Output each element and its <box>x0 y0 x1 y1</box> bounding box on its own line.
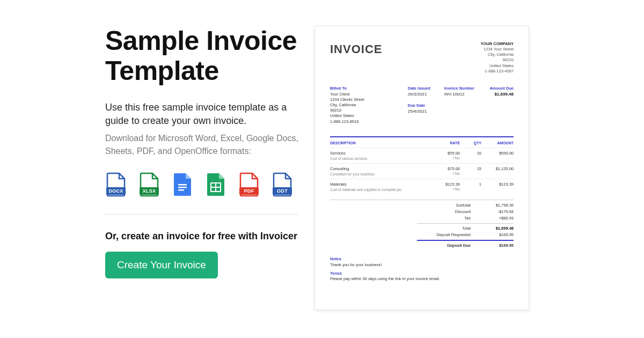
format-icons-row: DOCX XLSX <box>105 172 298 197</box>
client-country: United States <box>330 113 402 119</box>
line-qty: 1 <box>460 182 481 193</box>
divider <box>105 214 298 215</box>
total-label: Total <box>417 226 481 231</box>
line-tax: +Tax <box>430 187 460 192</box>
svg-rect-3 <box>178 187 187 188</box>
col-rate: RATE <box>430 141 460 145</box>
client-street: 1234 Clients Street <box>330 97 402 102</box>
notes-label: Notes <box>330 256 514 262</box>
tax-value: +$80.93 <box>481 216 514 221</box>
svg-rect-4 <box>178 189 184 191</box>
due-date-value: 25/4/2021 <box>408 109 435 115</box>
line-tax: +Tax <box>430 172 460 177</box>
line-tax: +Tax <box>430 156 460 161</box>
create-invoice-button[interactable]: Create Your Invoice <box>105 252 218 278</box>
line-rate: $75.00 <box>430 166 460 172</box>
tax-label: Tax <box>417 216 481 221</box>
table-top-rule <box>330 136 514 137</box>
discount-value: -$179.84 <box>481 209 514 215</box>
download-docx[interactable]: DOCX <box>105 172 127 197</box>
billed-to-label: Billed To <box>330 86 402 91</box>
invoice-heading: INVOICE <box>330 41 382 74</box>
svg-rect-2 <box>178 184 187 186</box>
subtotal-label: Subtotal <box>417 203 481 208</box>
download-xlsx[interactable]: XLSX <box>138 172 160 197</box>
invoice-number-block: Invoice Number INV-10012 <box>444 86 474 124</box>
terms-label: Terms <box>330 271 514 276</box>
deposit-req-label: Deposit Requested <box>417 232 481 238</box>
col-description: DESCRIPTION <box>330 141 430 145</box>
or-create-text: Or, create an invoice for free with Invo… <box>105 231 298 242</box>
file-gsheet-icon <box>205 172 226 197</box>
file-gdoc-icon <box>172 172 193 197</box>
client-phone: 1-888-123-8910 <box>330 119 402 124</box>
line-item: Services Cost of various services. $55.0… <box>330 148 514 163</box>
company-zip: 90210 <box>480 57 514 63</box>
amount-due-label: Amount Due <box>484 86 514 91</box>
invoice-number-value: INV-10012 <box>444 92 474 98</box>
notes-block: Notes Thank you for your business! Terms… <box>330 256 514 282</box>
line-rate: $123.39 <box>430 182 460 187</box>
deposit-req-value: $169.95 <box>481 232 514 238</box>
invoice-preview: INVOICE YOUR COMPANY 1234 Your Street Ci… <box>314 26 529 310</box>
line-item: Consulting Consultant for your business.… <box>330 163 514 179</box>
col-qty: QTY <box>460 141 481 145</box>
line-amount: $550.00 <box>481 151 514 161</box>
line-qty: 10 <box>460 151 481 161</box>
discount-label: Discount <box>417 209 481 215</box>
client-zip: 90210 <box>330 108 402 113</box>
line-title: Services <box>330 151 430 156</box>
line-desc: Cost of materials and supplies to comple… <box>330 188 430 193</box>
pdf-label: PDF <box>244 188 254 194</box>
download-gsheet[interactable] <box>205 172 226 197</box>
invoice-number-label: Invoice Number <box>444 86 474 91</box>
download-odt[interactable]: ODT <box>272 172 293 197</box>
page-title: Sample Invoice Template <box>105 26 298 86</box>
company-block: YOUR COMPANY 1234 Your Street City, Cali… <box>480 41 514 74</box>
company-street: 1234 Your Street <box>480 47 514 52</box>
notes-text: Thank you for your business! <box>330 262 514 268</box>
odt-label: ODT <box>277 188 288 194</box>
date-issued-label: Date Issued <box>408 86 435 91</box>
due-date-label: Due Date <box>408 103 435 108</box>
docx-label: DOCX <box>108 188 123 194</box>
subtotal-value: $1,798.39 <box>481 203 514 208</box>
amount-due-value: $1,699.48 <box>484 92 514 98</box>
client-city: City, California <box>330 102 402 108</box>
company-city: City, California <box>480 52 514 57</box>
terms-text: Please pay within 30 days using the link… <box>330 276 514 282</box>
line-items-header: DESCRIPTION RATE QTY AMOUNT <box>330 141 514 148</box>
company-phone: 1-888-123-4567 <box>480 69 514 74</box>
company-name: YOUR COMPANY <box>480 41 514 47</box>
line-amount: $1,125.00 <box>481 166 514 177</box>
format-list-text: Download for Microsoft Word, Excel, Goog… <box>105 132 298 157</box>
amount-due-block: Amount Due $1,699.48 <box>484 86 514 124</box>
line-desc: Consultant for your business. <box>330 172 430 177</box>
line-title: Consulting <box>330 166 430 172</box>
download-gdoc[interactable] <box>172 172 193 197</box>
line-item: Materials Cost of materials and supplies… <box>330 179 514 194</box>
total-value: $1,699.48 <box>481 226 514 231</box>
col-amount: AMOUNT <box>481 141 514 145</box>
billed-to-block: Billed To Your Client 1234 Clients Stree… <box>330 86 402 124</box>
line-rate: $55.00 <box>430 151 460 156</box>
lead-text: Use this free sample invoice template as… <box>105 101 298 128</box>
deposit-due-value: $169.95 <box>481 243 514 248</box>
company-country: United States <box>480 63 514 69</box>
line-qty: 15 <box>460 166 481 177</box>
line-title: Materials <box>330 182 430 187</box>
line-amount: $123.39 <box>481 182 514 193</box>
client-name: Your Client <box>330 92 402 97</box>
date-issued-value: 26/3/2021 <box>408 92 435 98</box>
date-issued-block: Date Issued 26/3/2021 Due Date 25/4/2021 <box>408 86 435 124</box>
deposit-due-label: Deposit Due <box>417 243 481 248</box>
totals-block: Subtotal$1,798.39 Discount-$179.84 Tax+$… <box>330 200 514 249</box>
xlsx-label: XLSX <box>143 188 156 194</box>
download-pdf[interactable]: PDF <box>238 172 260 197</box>
line-desc: Cost of various services. <box>330 157 430 161</box>
